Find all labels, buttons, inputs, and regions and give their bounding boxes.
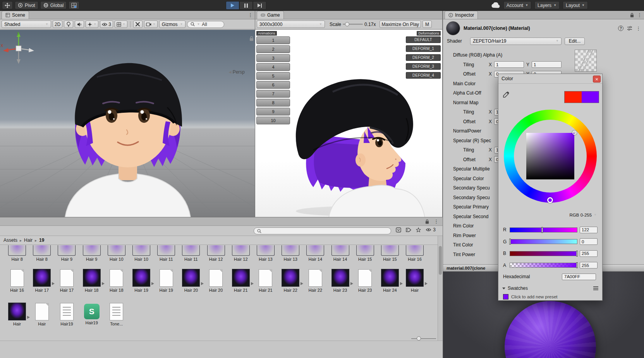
animation-button[interactable]: 7 bbox=[256, 90, 290, 98]
expand-arrow-icon[interactable] bbox=[350, 282, 353, 285]
animation-button[interactable]: 9 bbox=[256, 108, 290, 115]
channel-value-field[interactable]: 122 bbox=[580, 227, 598, 233]
channel-value-field[interactable]: 0 bbox=[580, 238, 598, 245]
material-menu-icon[interactable]: ⋮ bbox=[636, 26, 641, 31]
asset-item[interactable]: Hair 20 bbox=[179, 269, 203, 293]
scene-camera-dropdown[interactable]: ▼ bbox=[144, 21, 158, 28]
close-icon[interactable]: × bbox=[593, 76, 601, 83]
channel-slider-handle[interactable] bbox=[509, 239, 511, 244]
scene-lighting-button[interactable] bbox=[64, 21, 73, 28]
animation-button[interactable]: 8 bbox=[256, 99, 290, 107]
expand-arrow-icon[interactable] bbox=[27, 316, 30, 319]
deformation-button[interactable]: DEFAULT bbox=[406, 36, 441, 43]
asset-item[interactable]: Hair 12 bbox=[228, 245, 253, 262]
asset-item[interactable]: Hair 8 bbox=[5, 245, 29, 262]
expand-arrow-icon[interactable] bbox=[301, 282, 303, 285]
asset-item[interactable]: Hair 19 bbox=[129, 269, 154, 293]
x-value-field[interactable]: 1 bbox=[494, 61, 524, 68]
swatches-header[interactable]: Swatches bbox=[502, 285, 598, 292]
asset-item[interactable]: Hair 14 bbox=[328, 245, 352, 262]
asset-item[interactable]: Hair 10 bbox=[129, 245, 154, 262]
mute-audio-button[interactable]: M bbox=[422, 21, 432, 28]
asset-item[interactable]: Hair 19 bbox=[154, 269, 179, 293]
channel-value-field[interactable]: 255 bbox=[580, 250, 598, 257]
channel-slider-handle[interactable] bbox=[541, 227, 543, 233]
expand-arrow-icon[interactable] bbox=[251, 282, 254, 285]
asset-item[interactable]: Hair 9 bbox=[79, 245, 104, 262]
maximize-on-play-button[interactable]: Maximize On Play bbox=[380, 21, 421, 28]
channel-slider-handle[interactable] bbox=[576, 262, 578, 268]
asset-item[interactable]: Hair 9 bbox=[54, 245, 79, 262]
asset-item[interactable]: Hair 23 bbox=[353, 269, 378, 293]
asset-item[interactable]: Hair 18 bbox=[104, 269, 129, 293]
asset-item[interactable]: Hair 15 bbox=[378, 245, 402, 262]
channel-slider[interactable] bbox=[510, 263, 577, 268]
sv-handle[interactable] bbox=[572, 131, 577, 135]
project-visibility-toggle[interactable]: 3 bbox=[426, 227, 436, 232]
asset-item[interactable]: Hair 10 bbox=[104, 245, 129, 262]
channel-slider[interactable] bbox=[510, 227, 577, 232]
scale-slider-knob[interactable] bbox=[345, 22, 349, 26]
foldout-arrow-icon[interactable] bbox=[502, 287, 505, 289]
tab-game[interactable]: Game bbox=[257, 11, 284, 19]
color-picker-titlebar[interactable]: Color × bbox=[498, 74, 602, 84]
animation-button[interactable]: 3 bbox=[256, 54, 290, 62]
project-lock-icon[interactable] bbox=[425, 219, 429, 224]
asset-item[interactable]: Hair 13 bbox=[253, 245, 278, 262]
channel-slider-handle[interactable] bbox=[576, 251, 578, 256]
deformation-button[interactable]: DEFORM_1 bbox=[406, 45, 441, 52]
thumbnail-zoom-slider[interactable] bbox=[411, 336, 436, 341]
global-toggle-button[interactable]: Global bbox=[40, 1, 67, 9]
asset-item[interactable]: Hair 16 bbox=[5, 269, 29, 293]
snap-settings-button[interactable] bbox=[69, 1, 79, 9]
game-viewport[interactable]: Animations 1 2 3 4 5 6 7 8 bbox=[255, 30, 442, 217]
favorites-star-icon[interactable] bbox=[416, 227, 421, 232]
y-value-field[interactable]: 1 bbox=[532, 61, 562, 68]
scale-slider[interactable] bbox=[343, 24, 363, 25]
deformation-button[interactable]: DEFORM_2 bbox=[406, 54, 441, 61]
animation-button[interactable]: 1 bbox=[256, 36, 290, 44]
project-menu-icon[interactable]: ⋮ bbox=[434, 219, 439, 224]
asset-item[interactable]: Hair 20 bbox=[204, 269, 228, 293]
expand-arrow-icon[interactable] bbox=[151, 282, 154, 285]
scene-audio-button[interactable] bbox=[75, 21, 84, 28]
projection-toggle[interactable]: ◀Persp bbox=[229, 69, 245, 75]
color-preset-swatch[interactable] bbox=[503, 294, 508, 299]
presets-icon[interactable] bbox=[627, 26, 632, 31]
swatches-menu-icon[interactable] bbox=[593, 286, 598, 290]
cloud-services-icon[interactable] bbox=[491, 2, 500, 8]
expand-arrow-icon[interactable] bbox=[52, 282, 55, 285]
layers-dropdown[interactable]: Layers▼ bbox=[534, 1, 560, 9]
toggle-2d-button[interactable]: 2D bbox=[53, 21, 62, 28]
breadcrumb-assets[interactable]: Assets bbox=[3, 238, 17, 243]
project-search-input[interactable] bbox=[254, 227, 391, 234]
asset-item[interactable]: Hair bbox=[5, 303, 29, 327]
hue-handle[interactable] bbox=[547, 197, 553, 203]
channel-value-field[interactable]: 255 bbox=[580, 262, 598, 268]
play-button[interactable] bbox=[226, 1, 239, 10]
game-resolution-dropdown[interactable]: 3000x3000▼ bbox=[257, 21, 325, 28]
shader-edit-button[interactable]: Edit... bbox=[565, 38, 585, 45]
inspector-menu-icon[interactable]: ⋮ bbox=[637, 12, 642, 17]
asset-item[interactable]: Hair 13 bbox=[278, 245, 303, 262]
asset-item[interactable]: Hair bbox=[29, 303, 54, 327]
scene-search-input[interactable]: ▼ All bbox=[187, 21, 224, 28]
asset-item[interactable]: Hair 22 bbox=[303, 269, 328, 293]
account-dropdown[interactable]: Account▼ bbox=[503, 1, 531, 9]
scene-effects-dropdown[interactable]: ▼ bbox=[86, 21, 98, 28]
saturation-value-box[interactable] bbox=[526, 133, 574, 179]
asset-item[interactable]: Hair bbox=[402, 269, 427, 293]
asset-item[interactable]: Hair 8 bbox=[29, 245, 54, 262]
expand-arrow-icon[interactable] bbox=[102, 282, 105, 285]
asset-item[interactable]: Hair 11 bbox=[154, 245, 179, 262]
scene-grid-dropdown[interactable]: ▼ bbox=[115, 21, 127, 28]
property-row[interactable]: Diffuse (RGB) Alpha (A) X Y bbox=[443, 50, 644, 60]
step-button[interactable] bbox=[253, 1, 266, 10]
tab-inspector[interactable]: Inspector bbox=[445, 11, 478, 19]
search-by-label-icon[interactable] bbox=[406, 227, 411, 232]
expand-arrow-icon[interactable] bbox=[425, 282, 428, 285]
deformation-button[interactable]: DEFORM_3 bbox=[406, 63, 441, 70]
breadcrumb-19[interactable]: 19 bbox=[39, 238, 44, 243]
move-tool-button[interactable] bbox=[2, 1, 13, 9]
zoom-slider-knob[interactable] bbox=[417, 336, 421, 341]
